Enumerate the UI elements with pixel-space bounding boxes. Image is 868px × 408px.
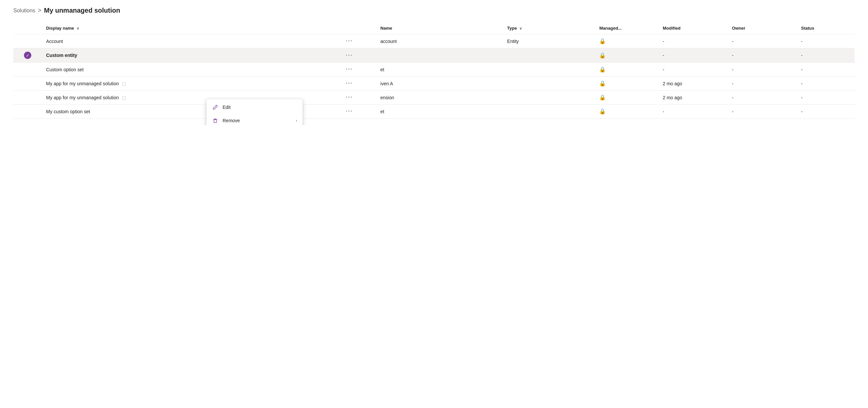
lock-icon: 🔒 (599, 53, 606, 58)
status-text: - (801, 39, 803, 44)
col-header-name: Name (376, 22, 503, 34)
display-name-cell: Custom option set (42, 63, 342, 77)
managed-cell: 🔒 (595, 63, 659, 77)
managed-cell: 🔒 (595, 34, 659, 48)
display-name-sort-icon: ∨ (76, 26, 79, 31)
status-text: - (801, 53, 803, 58)
row-more-options[interactable]: ··· (346, 108, 353, 115)
name-text: iven A (380, 81, 393, 86)
breadcrumb-current: My unmanaged solution (44, 7, 120, 14)
owner-cell: - (728, 34, 797, 48)
table-container: Display name ∨ Name Type ∨ Managed... (13, 22, 855, 119)
row-selector[interactable] (13, 63, 42, 77)
table-row[interactable]: Custom option set ··· et 🔒 - (13, 63, 855, 77)
modified-cell: 2 mo ago (659, 77, 728, 91)
external-link-icon: ⬚ (122, 95, 126, 100)
row-options-cell[interactable]: ··· (342, 34, 376, 48)
owner-text: - (732, 53, 734, 58)
status-text: - (801, 109, 803, 114)
modified-cell: - (659, 34, 728, 48)
owner-cell: - (728, 48, 797, 63)
context-menu-overlay: Edit Remove › (206, 99, 303, 125)
row-more-options[interactable]: ··· (346, 52, 353, 59)
col-header-options (342, 22, 376, 34)
menu-item-edit[interactable]: Edit (207, 100, 303, 114)
pencil-icon (212, 104, 219, 111)
row-options-cell[interactable]: ··· (342, 105, 376, 119)
modified-text: - (663, 109, 664, 114)
row-selector[interactable] (13, 77, 42, 91)
row-options-cell[interactable]: ··· (342, 91, 376, 105)
col-label-name: Name (380, 26, 392, 31)
chevron-right-icon: › (296, 118, 297, 123)
status-cell: - (797, 91, 855, 105)
col-header-type[interactable]: Type ∨ (503, 22, 595, 34)
lock-icon: 🔒 (599, 38, 606, 44)
row-more-options[interactable]: ··· (346, 80, 353, 87)
breadcrumb-separator: > (38, 7, 41, 14)
modified-text: 2 mo ago (663, 81, 682, 86)
breadcrumb: Solutions > My unmanaged solution (13, 7, 855, 14)
page-container: Solutions > My unmanaged solution Displa… (0, 0, 868, 125)
name-text: et (380, 67, 384, 72)
status-text: - (801, 67, 803, 72)
modified-text: - (663, 53, 664, 58)
display-name-text: Account (46, 39, 63, 44)
status-cell: - (797, 48, 855, 63)
row-options-cell[interactable]: ··· (342, 63, 376, 77)
status-cell: - (797, 34, 855, 48)
owner-text: - (732, 67, 734, 72)
table-row[interactable]: My app for my unmanaged solution ⬚ ··· i… (13, 77, 855, 91)
display-name-cell: My app for my unmanaged solution ⬚ (42, 77, 342, 91)
status-text: - (801, 81, 803, 86)
display-name-text: Custom option set (46, 67, 84, 72)
col-header-display-name[interactable]: Display name ∨ (42, 22, 342, 34)
managed-cell: 🔒 (595, 91, 659, 105)
modified-cell: - (659, 105, 728, 119)
type-cell (503, 63, 595, 77)
name-cell: et (376, 63, 503, 77)
type-cell (503, 91, 595, 105)
lock-icon: 🔒 (599, 81, 606, 86)
table-row[interactable]: My custom option set ··· et 🔒 - (13, 105, 855, 119)
col-header-owner: Owner (728, 22, 797, 34)
svg-rect-0 (214, 120, 217, 122)
row-more-options[interactable]: ··· (346, 94, 353, 100)
table-row[interactable]: My app for my unmanaged solution ⬚ ··· e… (13, 91, 855, 105)
col-label-modified: Modified (663, 26, 680, 31)
row-more-options[interactable]: ··· (346, 66, 353, 72)
row-options-cell[interactable]: ··· (342, 48, 376, 63)
owner-text: - (732, 95, 734, 100)
type-sort-icon: ∨ (519, 26, 522, 31)
name-cell: account (376, 34, 503, 48)
lock-icon: 🔒 (599, 109, 606, 114)
display-name-text: My custom option set (46, 109, 90, 114)
display-name-cell: Custom entity (42, 48, 342, 63)
row-selector[interactable]: ✓ (13, 48, 42, 63)
menu-item-edit-label: Edit (223, 105, 297, 110)
modified-cell: 2 mo ago (659, 91, 728, 105)
row-more-options[interactable]: ··· (346, 38, 353, 44)
type-text: Entity (507, 39, 519, 44)
table-row[interactable]: Account ··· account Entity 🔒 (13, 34, 855, 48)
menu-item-remove[interactable]: Remove › (207, 114, 303, 125)
row-options-cell[interactable]: ··· (342, 77, 376, 91)
row-selector[interactable] (13, 105, 42, 119)
col-header-status: Status (797, 22, 855, 34)
row-selector[interactable] (13, 34, 42, 48)
name-cell (376, 48, 503, 63)
breadcrumb-parent[interactable]: Solutions (13, 8, 35, 13)
table-row[interactable]: ✓ Custom entity ··· 🔒 (13, 48, 855, 63)
lock-icon: 🔒 (599, 95, 606, 100)
managed-cell: 🔒 (595, 48, 659, 63)
status-cell: - (797, 63, 855, 77)
col-header-modified: Modified (659, 22, 728, 34)
lock-icon: 🔒 (599, 67, 606, 72)
name-text: et (380, 109, 384, 114)
modified-cell: - (659, 63, 728, 77)
col-label-status: Status (801, 26, 814, 31)
col-label-type: Type (507, 26, 517, 31)
row-selector[interactable] (13, 91, 42, 105)
status-cell: - (797, 77, 855, 91)
owner-cell: - (728, 77, 797, 91)
